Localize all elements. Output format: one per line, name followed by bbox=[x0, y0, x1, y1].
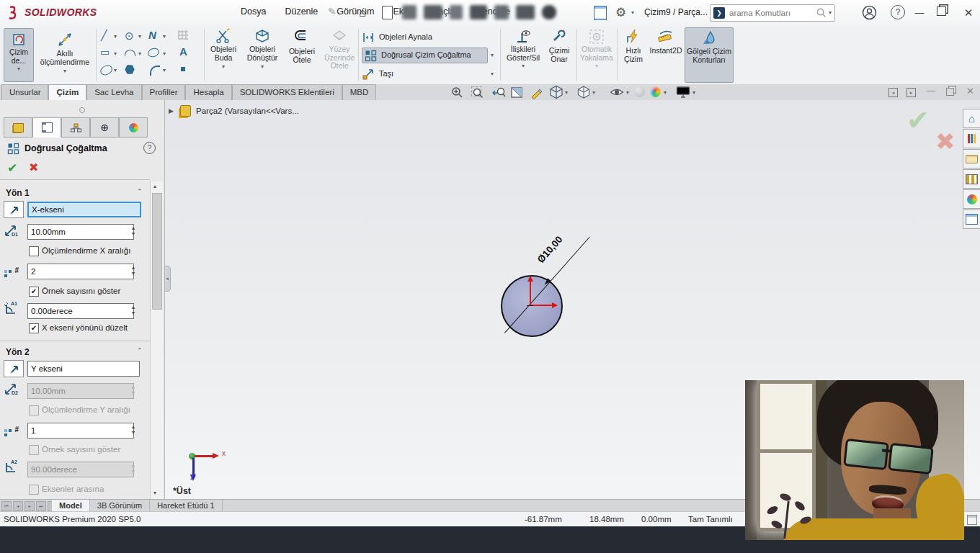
fillet-caret-icon[interactable]: ▾ bbox=[163, 68, 166, 73]
view-orientation-caret-icon[interactable]: ▾ bbox=[565, 90, 568, 96]
panel-collapse-handle[interactable]: ◂ bbox=[164, 266, 171, 292]
dimxpert-tab[interactable]: ⊕ bbox=[90, 117, 119, 138]
ellipse-tool-caret-icon[interactable]: ▾ bbox=[163, 51, 166, 57]
displaymanager-tab[interactable] bbox=[119, 117, 148, 138]
pane-left-icon[interactable]: ◂ bbox=[888, 88, 898, 97]
tab-hesapla[interactable]: Hesapla bbox=[185, 84, 231, 100]
confirm-cancel-icon[interactable]: ✖ bbox=[935, 127, 956, 156]
tree-expand-icon[interactable]: ▶ bbox=[169, 107, 174, 114]
propertymanager-tab[interactable] bbox=[32, 117, 61, 138]
search-box[interactable]: ❯ ▾ bbox=[710, 4, 835, 22]
scrollbar-thumb[interactable] bbox=[152, 193, 162, 310]
dir1-fix-axis-checkbox[interactable]: ✔ bbox=[29, 323, 39, 333]
dir2-count-spinner[interactable]: ▴▾ bbox=[132, 424, 135, 435]
linear-pattern-caret-icon[interactable]: ▾ bbox=[491, 53, 494, 58]
dir1-spacing-field[interactable] bbox=[27, 224, 134, 240]
scrollbar-up-icon[interactable]: ▴ bbox=[153, 183, 156, 189]
pane-right-icon[interactable]: ▸ bbox=[906, 88, 916, 97]
arc-tool-icon[interactable] bbox=[125, 50, 135, 56]
instant2d-button[interactable]: Instant2D bbox=[649, 28, 683, 55]
menu-duzenle[interactable]: Düzenle bbox=[282, 5, 321, 18]
cancel-button[interactable]: ✖ bbox=[29, 161, 38, 174]
view-settings-icon[interactable] bbox=[676, 86, 690, 98]
featuremanager-tab[interactable] bbox=[4, 117, 32, 138]
taskpane-view-palette-icon[interactable] bbox=[963, 169, 980, 189]
direction2-collapse-icon[interactable]: ⌃ bbox=[137, 347, 143, 354]
taskpane-file-explorer-icon[interactable] bbox=[963, 149, 980, 168]
search-icon[interactable] bbox=[816, 7, 827, 19]
tab-mbd[interactable]: MBD bbox=[342, 84, 377, 100]
tab-sac-levha[interactable]: Sac Levha bbox=[86, 84, 141, 100]
smart-dimension-caret-icon[interactable]: ▾ bbox=[63, 68, 66, 74]
ellipse-tool-icon[interactable] bbox=[146, 47, 160, 59]
dir2-reverse-button[interactable] bbox=[4, 360, 24, 377]
display-style-icon[interactable] bbox=[576, 85, 591, 99]
section-view-icon[interactable] bbox=[510, 86, 524, 99]
trim-caret-icon[interactable]: ▾ bbox=[222, 64, 225, 70]
tab-cizim[interactable]: Çizim bbox=[48, 84, 86, 100]
help-icon[interactable]: ? bbox=[891, 5, 905, 19]
tab-model[interactable]: Model bbox=[52, 500, 90, 512]
point-tool-icon[interactable] bbox=[181, 67, 185, 71]
mirror-entities-button[interactable]: Objeleri Aynala bbox=[362, 30, 490, 45]
linear-pattern-button[interactable]: Doğrusal Çizim Çoğaltma bbox=[362, 48, 488, 63]
panel-help-icon[interactable]: ? bbox=[143, 142, 156, 154]
display-delete-relations-button[interactable]: İlişkileri Göster/Sil ▾ bbox=[503, 28, 543, 69]
freeform-spline-tool-icon[interactable] bbox=[99, 64, 114, 76]
tab-motion-study[interactable]: Hareket Etüdü 1 bbox=[150, 500, 223, 512]
direction2-header[interactable]: Yön 2 bbox=[6, 347, 30, 357]
gear-icon[interactable]: ⚙ bbox=[615, 5, 626, 20]
trim-entities-button[interactable]: Objeleri Buda ▾ bbox=[206, 28, 241, 70]
doc-restore-icon[interactable] bbox=[946, 88, 954, 96]
new-document-icon[interactable] bbox=[382, 6, 393, 19]
close-button[interactable]: ✕ bbox=[958, 5, 979, 21]
taskpane-design-library-icon[interactable] bbox=[963, 129, 980, 148]
repair-sketch-button[interactable]: Çizimi Onar bbox=[543, 28, 575, 63]
dir1-reverse-button[interactable] bbox=[4, 201, 24, 218]
tab-sw-eklentileri[interactable]: SOLIDWORKS Eklentileri bbox=[232, 84, 342, 100]
tab-unsurlar[interactable]: Unsurlar bbox=[1, 84, 48, 100]
line-tool-caret-icon[interactable]: ▾ bbox=[114, 34, 117, 40]
search-caret-icon[interactable]: ▾ bbox=[829, 10, 832, 16]
dir1-angle-spinner[interactable]: ▴▾ bbox=[132, 305, 135, 315]
report-icon[interactable] bbox=[594, 6, 607, 20]
dir1-count-field[interactable] bbox=[27, 264, 134, 279]
hide-show-items-icon[interactable] bbox=[610, 86, 624, 98]
dir1-spacing-spinner[interactable]: ▴▾ bbox=[132, 225, 135, 236]
dir1-count-spinner[interactable]: ▴▾ bbox=[132, 265, 135, 276]
view-orientation-icon[interactable] bbox=[549, 85, 564, 99]
relations-caret-icon[interactable]: ▾ bbox=[522, 63, 525, 69]
dir2-count-field[interactable] bbox=[27, 423, 134, 439]
configurationmanager-tab[interactable] bbox=[61, 117, 90, 138]
direction1-header[interactable]: Yön 1 bbox=[6, 188, 30, 198]
freeform-caret-icon[interactable]: ▾ bbox=[114, 68, 117, 73]
feature-tree-root[interactable]: Parça2 (Varsayılan<<Vars... bbox=[196, 107, 299, 115]
fillet-tool-icon[interactable] bbox=[150, 66, 160, 76]
circle-tool-icon[interactable]: ⊙ bbox=[125, 30, 134, 41]
ok-button[interactable]: ✔ bbox=[7, 161, 17, 176]
tab-3d-view[interactable]: 3B Görünüm bbox=[90, 500, 150, 512]
rectangle-tool-icon[interactable]: ▭ bbox=[100, 47, 110, 57]
hide-show-caret-icon[interactable]: ▾ bbox=[626, 90, 629, 96]
dir1-fix-axis-label[interactable]: X ekseni yönünü düzelt bbox=[42, 323, 128, 332]
text-tool-icon[interactable]: A bbox=[179, 46, 187, 57]
annotations-icon[interactable] bbox=[530, 86, 543, 99]
apply-scene-icon[interactable] bbox=[650, 86, 661, 97]
panel-drag-dot[interactable] bbox=[79, 107, 85, 113]
search-input[interactable] bbox=[728, 8, 816, 18]
convert-caret-icon[interactable]: ▾ bbox=[261, 64, 264, 70]
dir1-show-count-label[interactable]: Örnek sayısını göster bbox=[42, 287, 120, 295]
apply-scene-caret-icon[interactable]: ▾ bbox=[664, 90, 667, 96]
restore-button[interactable] bbox=[937, 6, 946, 16]
dir1-axis-field[interactable] bbox=[27, 202, 141, 217]
offset-entities-button[interactable]: Objeleri Ötele bbox=[284, 28, 320, 64]
circle-tool-caret-icon[interactable]: ▾ bbox=[138, 34, 141, 40]
shaded-contours-button[interactable]: Gölgeli Çizim Konturları bbox=[685, 27, 734, 83]
taskpane-appearances-icon[interactable] bbox=[963, 189, 980, 209]
doc-tab-scroll-buttons[interactable]: ⏮ ◂ ▸ ⏭ ▾ bbox=[1, 501, 58, 511]
gear-caret-icon[interactable]: ▾ bbox=[631, 10, 634, 16]
spline-tool-icon[interactable]: N bbox=[148, 30, 156, 40]
move-entities-button[interactable]: Taşı bbox=[362, 66, 490, 82]
doc-close-icon[interactable]: ✕ bbox=[966, 86, 974, 96]
dir1-show-count-checkbox[interactable]: ✔ bbox=[29, 287, 39, 297]
